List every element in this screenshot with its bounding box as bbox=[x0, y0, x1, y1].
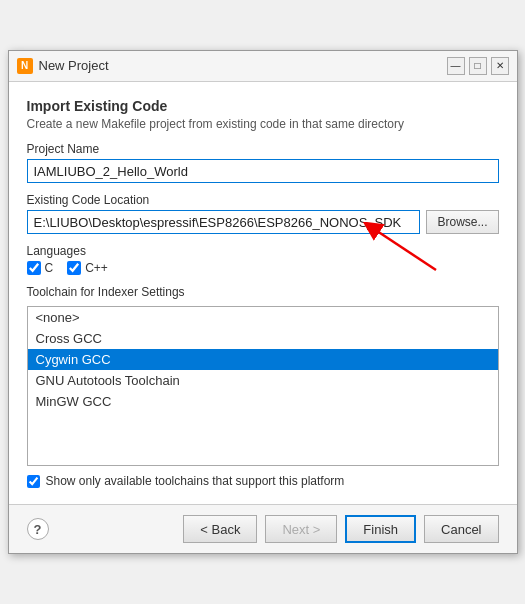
page-title: Import Existing Code bbox=[27, 98, 499, 114]
dialog: N New Project — □ ✕ Import Existing Code… bbox=[8, 50, 518, 555]
c-label: C bbox=[45, 261, 54, 275]
location-field-container: Existing Code Location Browse... bbox=[27, 193, 499, 234]
toolchain-section: Toolchain for Indexer Settings <none> Cr… bbox=[27, 285, 499, 488]
page-description: Create a new Makefile project from exist… bbox=[27, 116, 499, 133]
toolchain-item-cygwin-gcc[interactable]: Cygwin GCC bbox=[28, 349, 498, 370]
toolchain-item-gnu-autotools[interactable]: GNU Autotools Toolchain bbox=[28, 370, 498, 391]
next-button[interactable]: Next > bbox=[265, 515, 337, 543]
content-area: Import Existing Code Create a new Makefi… bbox=[9, 82, 517, 505]
back-button[interactable]: < Back bbox=[183, 515, 257, 543]
c-checkbox[interactable] bbox=[27, 261, 41, 275]
project-name-field: Project Name bbox=[27, 142, 499, 183]
window-title: New Project bbox=[39, 58, 441, 73]
languages-section: Languages C C++ bbox=[27, 244, 499, 275]
languages-label: Languages bbox=[27, 244, 499, 258]
title-bar: N New Project — □ ✕ bbox=[9, 51, 517, 82]
finish-button[interactable]: Finish bbox=[345, 515, 416, 543]
cpp-language-option[interactable]: C++ bbox=[67, 261, 108, 275]
window-controls: — □ ✕ bbox=[447, 57, 509, 75]
show-only-checkbox[interactable] bbox=[27, 475, 40, 488]
window-icon: N bbox=[17, 58, 33, 74]
location-row: Browse... bbox=[27, 210, 499, 234]
show-only-label: Show only available toolchains that supp… bbox=[46, 474, 345, 488]
toolchain-item-mingw-gcc[interactable]: MinGW GCC bbox=[28, 391, 498, 412]
cancel-button[interactable]: Cancel bbox=[424, 515, 498, 543]
toolchain-list[interactable]: <none> Cross GCC Cygwin GCC GNU Autotool… bbox=[27, 306, 499, 466]
maximize-button[interactable]: □ bbox=[469, 57, 487, 75]
c-language-option[interactable]: C bbox=[27, 261, 54, 275]
browse-button[interactable]: Browse... bbox=[426, 210, 498, 234]
toolchain-item-none[interactable]: <none> bbox=[28, 307, 498, 328]
project-name-input[interactable] bbox=[27, 159, 499, 183]
close-button[interactable]: ✕ bbox=[491, 57, 509, 75]
cpp-label: C++ bbox=[85, 261, 108, 275]
project-name-label: Project Name bbox=[27, 142, 499, 156]
show-only-row: Show only available toolchains that supp… bbox=[27, 474, 499, 488]
toolchain-item-cross-gcc[interactable]: Cross GCC bbox=[28, 328, 498, 349]
help-button[interactable]: ? bbox=[27, 518, 49, 540]
toolchain-label: Toolchain for Indexer Settings bbox=[27, 285, 499, 299]
languages-row: C C++ bbox=[27, 261, 499, 275]
footer: ? < Back Next > Finish Cancel bbox=[9, 504, 517, 553]
minimize-button[interactable]: — bbox=[447, 57, 465, 75]
location-label: Existing Code Location bbox=[27, 193, 499, 207]
location-input[interactable] bbox=[27, 210, 421, 234]
cpp-checkbox[interactable] bbox=[67, 261, 81, 275]
